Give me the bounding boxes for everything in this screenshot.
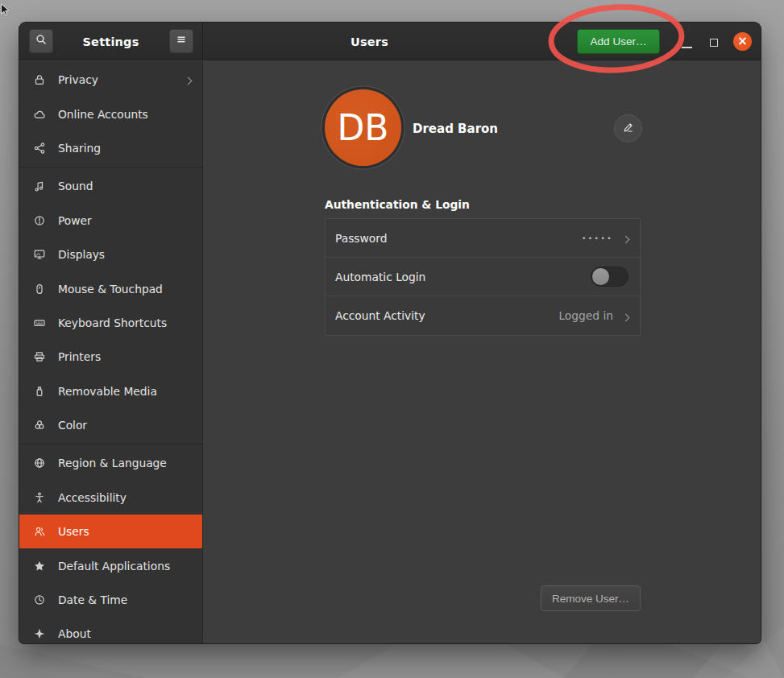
sidebar-item-label: Region & Language: [58, 457, 167, 469]
row-right: Logged in: [558, 308, 628, 324]
edit-icon: [622, 121, 635, 137]
menu-icon: [175, 33, 188, 49]
row-right: [591, 267, 628, 287]
row-value: Logged in: [558, 309, 613, 322]
row-automatic-login[interactable]: Automatic Login: [326, 258, 640, 296]
display-icon: [33, 248, 46, 261]
row-password[interactable]: Password•••••: [326, 219, 640, 258]
sidebar-item-displays[interactable]: Displays: [19, 238, 202, 271]
primary-menu-button[interactable]: [169, 29, 193, 53]
sparkle-icon: [33, 627, 46, 640]
row-value: •••••: [582, 234, 613, 242]
sidebar-item-online-accounts[interactable]: Online Accounts: [19, 97, 202, 130]
sidebar-item-sharing[interactable]: Sharing: [19, 131, 202, 165]
sidebar-item-region-and-language[interactable]: Region & Language: [19, 446, 202, 480]
sidebar-item-printers[interactable]: Printers: [19, 340, 202, 374]
row-label: Account Activity: [335, 309, 425, 322]
sidebar-item-label: Mouse & Touchpad: [58, 283, 163, 296]
sidebar-item-date-and-time[interactable]: Date & Time: [19, 583, 202, 617]
toggle-knob: [592, 268, 609, 285]
mouse-cursor: [0, 3, 13, 18]
sidebar-item-power[interactable]: Power: [19, 204, 202, 238]
minimize-button[interactable]: [682, 47, 692, 48]
sidebar-item-default-applications[interactable]: Default Applications: [19, 548, 202, 582]
sidebar-separator: [19, 444, 202, 444]
sidebar-item-label: Keyboard Shortcuts: [58, 316, 167, 329]
sidebar-item-accessibility[interactable]: Accessibility: [19, 481, 202, 515]
sidebar-item-label: Displays: [58, 248, 105, 261]
close-button[interactable]: ×: [733, 32, 752, 51]
chevron-right-icon: [623, 308, 628, 324]
printer-icon: [33, 350, 46, 363]
sidebar-item-label: Color: [58, 419, 87, 432]
keyboard-icon: [33, 316, 46, 329]
sidebar-item-label: Users: [58, 525, 89, 538]
chevron-right-icon: [185, 73, 191, 86]
sidebar-separator: [19, 167, 202, 167]
sidebar-item-removable-media[interactable]: Removable Media: [19, 374, 202, 408]
cloud-icon: [33, 108, 46, 121]
headerbar: Settings Users Add User… ×: [19, 23, 761, 60]
star-icon: [33, 560, 46, 573]
page-title: Users: [204, 23, 535, 60]
row-label: Automatic Login: [335, 271, 425, 283]
sidebar-item-label: Online Accounts: [58, 108, 148, 121]
remove-user-button[interactable]: Remove User…: [541, 585, 641, 611]
row-account-activity[interactable]: Account ActivityLogged in: [326, 296, 640, 335]
sidebar-item-privacy[interactable]: Privacy: [19, 63, 202, 97]
sidebar-item-label: Sharing: [58, 142, 101, 155]
sidebar-nav: PrivacyOnline AccountsSharingSoundPowerD…: [19, 61, 203, 643]
user-full-name: Dread Baron: [413, 122, 498, 136]
power-icon: [33, 214, 46, 227]
sidebar-item-label: Accessibility: [58, 491, 127, 504]
sidebar-item-about[interactable]: About: [19, 617, 202, 643]
sidebar-item-color[interactable]: Color: [19, 408, 202, 442]
clock-icon: [33, 593, 46, 606]
sidebar-item-sound[interactable]: Sound: [19, 169, 202, 203]
accessibility-icon: [33, 491, 46, 504]
row-right: •••••: [582, 230, 628, 246]
sidebar-item-label: Privacy: [58, 73, 98, 86]
sidebar-item-label: Power: [58, 214, 92, 227]
music-note-icon: [33, 180, 46, 192]
globe-icon: [33, 457, 46, 469]
automatic-login-toggle[interactable]: [591, 267, 628, 287]
sidebar-item-label: Sound: [58, 180, 93, 192]
users-icon: [33, 525, 46, 538]
content-headerbar: Users Add User… ×: [204, 23, 761, 60]
sidebar-item-mouse-and-touchpad[interactable]: Mouse & Touchpad: [19, 271, 202, 305]
mouse-icon: [33, 283, 46, 296]
edit-name-button[interactable]: [614, 114, 642, 143]
add-user-button[interactable]: Add User…: [577, 29, 660, 54]
sidebar-item-users[interactable]: Users: [19, 515, 202, 548]
sidebar-item-label: Date & Time: [58, 593, 127, 606]
users-panel: DB Dread Baron Authentication & Login Pa…: [204, 61, 761, 643]
chevron-right-icon: [623, 230, 628, 246]
sidebar-headerbar: Settings: [19, 23, 203, 60]
section-title: Authentication & Login: [325, 198, 470, 211]
sidebar-item-label: Removable Media: [58, 385, 157, 398]
sidebar-item-label: Printers: [58, 350, 101, 363]
usb-drive-icon: [33, 385, 46, 398]
lock-icon: [33, 73, 46, 86]
settings-window: Settings Users Add User… × PrivacyOnline…: [19, 23, 761, 643]
row-label: Password: [335, 232, 387, 245]
sidebar-item-label: About: [58, 627, 91, 640]
color-icon: [33, 419, 46, 432]
sidebar-item-label: Default Applications: [58, 560, 170, 573]
avatar[interactable]: DB: [325, 89, 401, 166]
sidebar-item-keyboard-shortcuts[interactable]: Keyboard Shortcuts: [19, 306, 202, 340]
share-icon: [33, 142, 46, 155]
auth-login-list: Password•••••Automatic LoginAccount Acti…: [325, 218, 641, 336]
maximize-button[interactable]: [710, 39, 718, 47]
